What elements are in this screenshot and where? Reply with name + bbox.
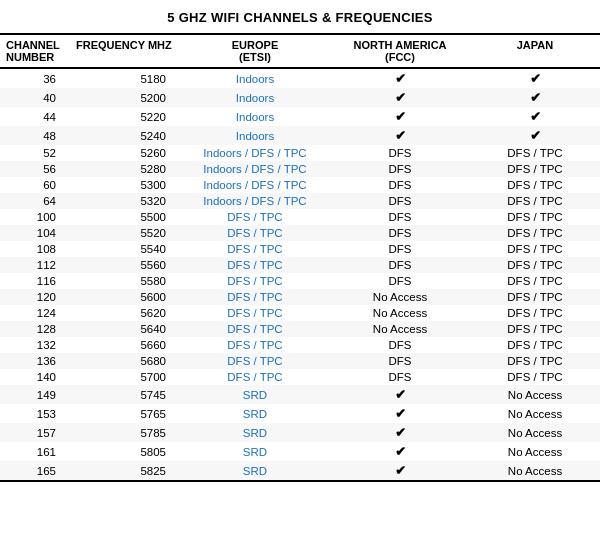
cell-europe: DFS / TPC — [180, 241, 330, 257]
cell-channel: 44 — [0, 107, 70, 126]
cell-japan: No Access — [470, 461, 600, 481]
cell-frequency: 5200 — [70, 88, 180, 107]
cell-frequency: 5765 — [70, 404, 180, 423]
cell-channel: 48 — [0, 126, 70, 145]
cell-frequency: 5600 — [70, 289, 180, 305]
table-row: 1535765SRD✔No Access — [0, 404, 600, 423]
cell-europe: Indoors — [180, 126, 330, 145]
cell-channel: 100 — [0, 209, 70, 225]
table-header-row: CHANNELNUMBER FREQUENCY MHZ EUROPE(ETSI)… — [0, 34, 600, 68]
cell-frequency: 5520 — [70, 225, 180, 241]
cell-frequency: 5300 — [70, 177, 180, 193]
cell-channel: 157 — [0, 423, 70, 442]
cell-channel: 112 — [0, 257, 70, 273]
cell-europe: DFS / TPC — [180, 305, 330, 321]
cell-channel: 161 — [0, 442, 70, 461]
wifi-channels-table: CHANNELNUMBER FREQUENCY MHZ EUROPE(ETSI)… — [0, 33, 600, 482]
table-row: 1125560DFS / TPCDFSDFS / TPC — [0, 257, 600, 273]
cell-japan: DFS / TPC — [470, 193, 600, 209]
cell-frequency: 5745 — [70, 385, 180, 404]
cell-north-america: DFS — [330, 145, 470, 161]
cell-japan: DFS / TPC — [470, 337, 600, 353]
cell-north-america: ✔ — [330, 404, 470, 423]
table-row: 1245620DFS / TPCNo AccessDFS / TPC — [0, 305, 600, 321]
page-title: 5 GHZ WIFI CHANNELS & FREQUENCIES — [0, 0, 600, 33]
cell-japan: DFS / TPC — [470, 273, 600, 289]
cell-north-america: No Access — [330, 305, 470, 321]
cell-frequency: 5785 — [70, 423, 180, 442]
cell-japan: DFS / TPC — [470, 161, 600, 177]
cell-north-america: DFS — [330, 225, 470, 241]
header-frequency: FREQUENCY MHZ — [70, 34, 180, 68]
cell-europe: SRD — [180, 442, 330, 461]
cell-japan: ✔ — [470, 107, 600, 126]
cell-japan: DFS / TPC — [470, 145, 600, 161]
table-row: 485240Indoors✔✔ — [0, 126, 600, 145]
cell-europe: DFS / TPC — [180, 257, 330, 273]
cell-japan: No Access — [470, 423, 600, 442]
cell-japan: No Access — [470, 385, 600, 404]
table-row: 1615805SRD✔No Access — [0, 442, 600, 461]
cell-europe: DFS / TPC — [180, 353, 330, 369]
cell-frequency: 5180 — [70, 68, 180, 88]
cell-japan: DFS / TPC — [470, 321, 600, 337]
cell-north-america: DFS — [330, 369, 470, 385]
table-row: 445220Indoors✔✔ — [0, 107, 600, 126]
cell-europe: DFS / TPC — [180, 337, 330, 353]
cell-north-america: No Access — [330, 289, 470, 305]
cell-channel: 124 — [0, 305, 70, 321]
cell-frequency: 5700 — [70, 369, 180, 385]
cell-japan: No Access — [470, 404, 600, 423]
table-row: 1005500DFS / TPCDFSDFS / TPC — [0, 209, 600, 225]
cell-frequency: 5660 — [70, 337, 180, 353]
header-japan: JAPAN — [470, 34, 600, 68]
cell-north-america: DFS — [330, 241, 470, 257]
cell-frequency: 5320 — [70, 193, 180, 209]
cell-north-america: ✔ — [330, 126, 470, 145]
cell-europe: DFS / TPC — [180, 273, 330, 289]
cell-channel: 56 — [0, 161, 70, 177]
cell-channel: 52 — [0, 145, 70, 161]
cell-north-america: DFS — [330, 161, 470, 177]
cell-north-america: ✔ — [330, 68, 470, 88]
cell-japan: DFS / TPC — [470, 305, 600, 321]
cell-japan: DFS / TPC — [470, 225, 600, 241]
cell-frequency: 5220 — [70, 107, 180, 126]
table-row: 1365680DFS / TPCDFSDFS / TPC — [0, 353, 600, 369]
cell-japan: No Access — [470, 442, 600, 461]
cell-frequency: 5805 — [70, 442, 180, 461]
cell-north-america: ✔ — [330, 385, 470, 404]
cell-frequency: 5620 — [70, 305, 180, 321]
cell-frequency: 5680 — [70, 353, 180, 369]
header-channel: CHANNELNUMBER — [0, 34, 70, 68]
cell-frequency: 5500 — [70, 209, 180, 225]
cell-channel: 149 — [0, 385, 70, 404]
cell-frequency: 5825 — [70, 461, 180, 481]
cell-frequency: 5240 — [70, 126, 180, 145]
table-row: 605300Indoors / DFS / TPCDFSDFS / TPC — [0, 177, 600, 193]
cell-channel: 128 — [0, 321, 70, 337]
cell-europe: Indoors / DFS / TPC — [180, 145, 330, 161]
cell-europe: DFS / TPC — [180, 321, 330, 337]
cell-channel: 36 — [0, 68, 70, 88]
table-row: 1405700DFS / TPCDFSDFS / TPC — [0, 369, 600, 385]
cell-north-america: ✔ — [330, 107, 470, 126]
cell-frequency: 5580 — [70, 273, 180, 289]
header-europe: EUROPE(ETSI) — [180, 34, 330, 68]
cell-north-america: ✔ — [330, 461, 470, 481]
cell-europe: SRD — [180, 461, 330, 481]
cell-japan: DFS / TPC — [470, 289, 600, 305]
cell-channel: 40 — [0, 88, 70, 107]
cell-channel: 132 — [0, 337, 70, 353]
cell-japan: ✔ — [470, 68, 600, 88]
cell-japan: DFS / TPC — [470, 177, 600, 193]
cell-channel: 60 — [0, 177, 70, 193]
table-row: 1085540DFS / TPCDFSDFS / TPC — [0, 241, 600, 257]
table-row: 565280Indoors / DFS / TPCDFSDFS / TPC — [0, 161, 600, 177]
cell-japan: ✔ — [470, 126, 600, 145]
cell-channel: 104 — [0, 225, 70, 241]
cell-europe: DFS / TPC — [180, 225, 330, 241]
cell-channel: 64 — [0, 193, 70, 209]
cell-japan: DFS / TPC — [470, 241, 600, 257]
cell-channel: 153 — [0, 404, 70, 423]
